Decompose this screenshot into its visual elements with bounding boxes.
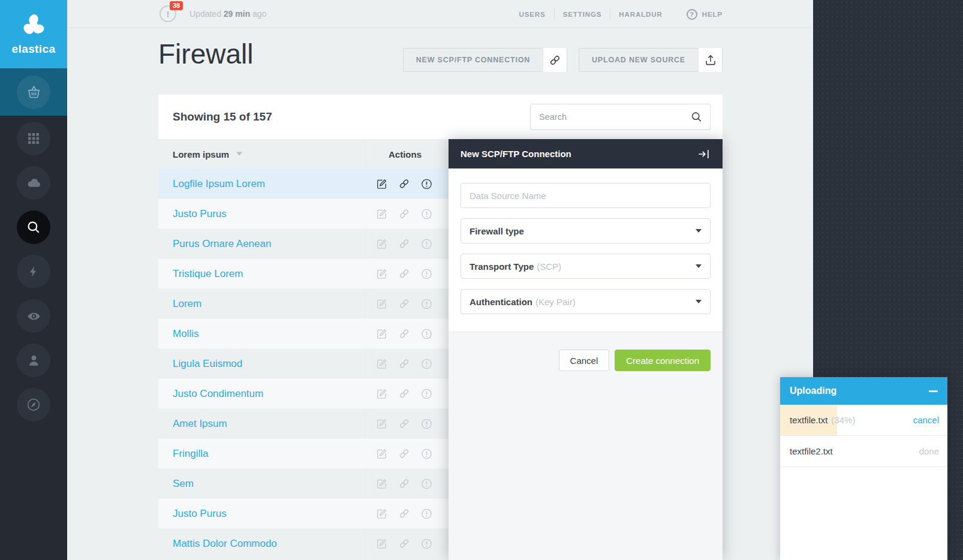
search-input[interactable]: [531, 104, 685, 130]
link-icon[interactable]: [398, 417, 410, 430]
create-connection-button[interactable]: Create connection: [615, 350, 711, 371]
source-name-link[interactable]: Justo Purus: [173, 208, 227, 220]
edit-icon[interactable]: [375, 357, 388, 370]
uploading-panel: Uploading textfile.txt (34%) cancel text…: [780, 377, 947, 560]
alert-icon[interactable]: [420, 177, 433, 190]
edit-icon[interactable]: [375, 417, 388, 430]
panel-footer: Cancel Create connection: [449, 332, 723, 560]
edit-icon[interactable]: [375, 237, 388, 250]
eye-icon: [17, 299, 50, 333]
transport-type-dropdown[interactable]: Transport Type (SCP): [461, 254, 711, 279]
firewall-type-dropdown[interactable]: Firewall type: [461, 218, 711, 243]
edit-icon[interactable]: [375, 327, 388, 340]
source-name-link[interactable]: Lorem: [173, 298, 201, 310]
row-actions: [375, 237, 433, 250]
search-icon[interactable]: [690, 111, 703, 124]
alert-icon[interactable]: [420, 327, 433, 340]
upload-action[interactable]: cancel: [913, 415, 939, 425]
lightning-icon: [17, 255, 50, 288]
new-scp-ftp-connection-button[interactable]: NEW SCP/FTP CONNECTION: [403, 48, 567, 72]
link-icon[interactable]: [398, 387, 410, 400]
collapse-panel-icon[interactable]: [697, 149, 711, 159]
updated-prefix: Updated: [189, 9, 221, 19]
link-icon[interactable]: [398, 207, 410, 220]
elastica-logo[interactable]: elastica: [0, 0, 67, 68]
source-name-link[interactable]: Ligula Euismod: [173, 358, 242, 370]
dropdown-label: Firewall type: [470, 226, 524, 236]
nav-users[interactable]: USERS: [511, 11, 554, 18]
upload-action: done: [919, 446, 939, 456]
cancel-button[interactable]: Cancel: [559, 350, 610, 371]
source-name-link[interactable]: Tristique Lorem: [173, 268, 243, 280]
sidebar-item-activity[interactable]: [17, 255, 50, 288]
edit-icon[interactable]: [375, 537, 388, 550]
alert-icon[interactable]: [420, 207, 433, 220]
edit-icon[interactable]: [375, 477, 388, 490]
edit-icon[interactable]: [375, 387, 388, 400]
alert-icon[interactable]: [420, 417, 433, 430]
alert-icon[interactable]: [420, 537, 433, 550]
edit-icon[interactable]: [375, 447, 388, 460]
link-icon[interactable]: [398, 447, 410, 460]
sidebar-item-cloud[interactable]: [17, 166, 50, 200]
alert-icon[interactable]: [420, 297, 433, 310]
notifications-button[interactable]: ! 38: [160, 5, 176, 22]
last-updated-text: Updated 29 min ago: [189, 9, 266, 19]
sidebar-item-monitor[interactable]: [17, 299, 50, 333]
alert-icon[interactable]: [420, 477, 433, 490]
edit-icon[interactable]: [375, 507, 388, 520]
panel-body: Firewall type Transport Type (SCP) Authe…: [449, 168, 723, 314]
link-icon[interactable]: [398, 327, 410, 340]
sidebar: elastica: [0, 0, 67, 560]
row-actions: [375, 207, 433, 220]
data-source-name-input[interactable]: [461, 183, 711, 208]
edit-icon[interactable]: [375, 207, 388, 220]
link-icon[interactable]: [398, 507, 410, 520]
nav-settings[interactable]: SETTINGS: [555, 11, 610, 18]
link-icon[interactable]: [398, 357, 410, 370]
source-name-link[interactable]: Justo Condimentum: [173, 388, 263, 400]
link-icon[interactable]: [398, 297, 410, 310]
link-icon[interactable]: [398, 537, 410, 550]
source-name-link[interactable]: Fringilla: [173, 448, 209, 460]
edit-icon[interactable]: [375, 177, 388, 190]
sidebar-item-users[interactable]: [17, 344, 50, 377]
alert-icon[interactable]: [420, 237, 433, 250]
link-icon[interactable]: [398, 267, 410, 280]
sidebar-item-explore[interactable]: [17, 388, 50, 421]
upload-new-source-button[interactable]: UPLOAD NEW SOURCE: [579, 48, 723, 72]
link-icon[interactable]: [398, 177, 410, 190]
uploading-title: Uploading: [790, 386, 836, 396]
authentication-dropdown[interactable]: Authentication (Key Pair): [461, 289, 711, 314]
source-name-link[interactable]: Purus Ornare Aenean: [173, 238, 271, 250]
source-name-link[interactable]: Logfile Ipsum Lorem: [173, 178, 265, 190]
sidebar-item-sources[interactable]: [0, 68, 67, 116]
sidebar-item-search[interactable]: [17, 210, 50, 244]
user-icon: [17, 344, 50, 377]
nav-account[interactable]: HARALDUR: [610, 11, 670, 18]
alert-icon[interactable]: [420, 507, 433, 520]
grid-icon: [17, 122, 50, 155]
link-icon[interactable]: [398, 237, 410, 250]
row-actions: [375, 477, 433, 490]
source-name-link[interactable]: Mattis Dolor Commodo: [173, 538, 277, 550]
source-name-link[interactable]: Sem: [173, 478, 194, 490]
source-name-link[interactable]: Amet Ipsum: [173, 418, 227, 430]
dropdown-hint: (Key Pair): [535, 297, 576, 307]
source-name-link[interactable]: Justo Purus: [173, 508, 227, 520]
row-actions: [375, 537, 433, 550]
help-button[interactable]: ? HELP: [687, 9, 723, 20]
alert-icon[interactable]: [420, 267, 433, 280]
link-icon[interactable]: [398, 477, 410, 490]
row-actions: [375, 387, 433, 400]
minimize-icon[interactable]: [929, 390, 938, 392]
edit-icon[interactable]: [375, 297, 388, 310]
column-header-name[interactable]: Lorem ipsum: [173, 149, 242, 159]
alert-icon[interactable]: [420, 447, 433, 460]
sidebar-item-apps[interactable]: [17, 122, 50, 155]
edit-icon[interactable]: [375, 267, 388, 280]
alert-icon[interactable]: [420, 357, 433, 370]
source-name-link[interactable]: Mollis: [173, 328, 198, 340]
alert-icon[interactable]: [420, 387, 433, 400]
column-header-actions: Actions: [389, 149, 422, 159]
